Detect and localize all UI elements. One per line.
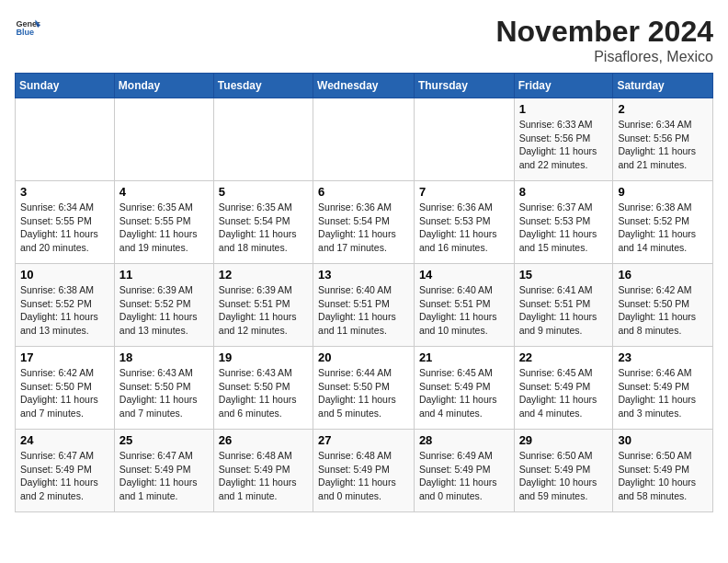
day-number: 9 <box>618 185 708 199</box>
day-cell: 13Sunrise: 6:40 AM Sunset: 5:51 PM Dayli… <box>313 264 415 347</box>
day-cell: 14Sunrise: 6:40 AM Sunset: 5:51 PM Dayli… <box>414 264 514 347</box>
day-cell: 15Sunrise: 6:41 AM Sunset: 5:51 PM Dayli… <box>514 264 613 347</box>
day-info: Sunrise: 6:43 AM Sunset: 5:50 PM Dayligh… <box>119 366 209 420</box>
day-number: 24 <box>20 433 109 447</box>
week-row-2: 10Sunrise: 6:38 AM Sunset: 5:52 PM Dayli… <box>16 264 713 347</box>
header-cell-thursday: Thursday <box>414 74 514 98</box>
day-cell: 27Sunrise: 6:48 AM Sunset: 5:49 PM Dayli… <box>313 430 415 512</box>
day-info: Sunrise: 6:35 AM Sunset: 5:54 PM Dayligh… <box>219 201 308 255</box>
day-number: 28 <box>419 433 509 447</box>
day-info: Sunrise: 6:44 AM Sunset: 5:50 PM Dayligh… <box>318 366 409 420</box>
day-cell: 29Sunrise: 6:50 AM Sunset: 5:49 PM Dayli… <box>514 430 613 512</box>
day-info: Sunrise: 6:48 AM Sunset: 5:49 PM Dayligh… <box>219 449 308 503</box>
header-row: SundayMondayTuesdayWednesdayThursdayFrid… <box>16 74 713 98</box>
page-header: General Blue November 2024 Pisaflores, M… <box>15 15 713 65</box>
day-cell: 30Sunrise: 6:50 AM Sunset: 5:49 PM Dayli… <box>613 430 713 512</box>
day-cell: 5Sunrise: 6:35 AM Sunset: 5:54 PM Daylig… <box>213 181 313 264</box>
header-cell-saturday: Saturday <box>613 74 713 98</box>
calendar-header: SundayMondayTuesdayWednesdayThursdayFrid… <box>16 74 713 98</box>
day-info: Sunrise: 6:34 AM Sunset: 5:55 PM Dayligh… <box>20 201 109 255</box>
day-number: 25 <box>119 433 209 447</box>
day-cell: 1Sunrise: 6:33 AM Sunset: 5:56 PM Daylig… <box>514 98 613 181</box>
day-number: 30 <box>618 433 708 447</box>
day-cell <box>414 98 514 181</box>
day-cell: 26Sunrise: 6:48 AM Sunset: 5:49 PM Dayli… <box>213 430 313 512</box>
day-cell: 19Sunrise: 6:43 AM Sunset: 5:50 PM Dayli… <box>213 347 313 430</box>
day-number: 10 <box>20 268 109 282</box>
svg-text:Blue: Blue <box>16 28 34 37</box>
header-cell-monday: Monday <box>114 74 213 98</box>
day-number: 5 <box>219 185 308 199</box>
day-number: 11 <box>119 268 209 282</box>
day-info: Sunrise: 6:38 AM Sunset: 5:52 PM Dayligh… <box>618 201 708 255</box>
day-number: 15 <box>519 268 609 282</box>
header-cell-wednesday: Wednesday <box>313 74 415 98</box>
day-cell <box>114 98 213 181</box>
calendar-table: SundayMondayTuesdayWednesdayThursdayFrid… <box>15 73 713 512</box>
day-cell: 25Sunrise: 6:47 AM Sunset: 5:49 PM Dayli… <box>114 430 213 512</box>
day-number: 2 <box>618 102 708 116</box>
day-info: Sunrise: 6:47 AM Sunset: 5:49 PM Dayligh… <box>20 449 109 503</box>
day-cell: 17Sunrise: 6:42 AM Sunset: 5:50 PM Dayli… <box>16 347 115 430</box>
day-info: Sunrise: 6:41 AM Sunset: 5:51 PM Dayligh… <box>519 283 609 338</box>
day-info: Sunrise: 6:48 AM Sunset: 5:49 PM Dayligh… <box>318 449 409 503</box>
header-cell-tuesday: Tuesday <box>213 74 313 98</box>
day-number: 29 <box>519 433 609 447</box>
day-info: Sunrise: 6:43 AM Sunset: 5:50 PM Dayligh… <box>219 366 308 420</box>
day-cell: 9Sunrise: 6:38 AM Sunset: 5:52 PM Daylig… <box>613 181 713 264</box>
logo-icon: General Blue <box>15 15 40 40</box>
day-info: Sunrise: 6:49 AM Sunset: 5:49 PM Dayligh… <box>419 449 509 503</box>
day-cell: 28Sunrise: 6:49 AM Sunset: 5:49 PM Dayli… <box>414 430 514 512</box>
location: Pisaflores, Mexico <box>495 49 713 65</box>
day-number: 17 <box>20 350 109 364</box>
day-cell: 3Sunrise: 6:34 AM Sunset: 5:55 PM Daylig… <box>16 181 115 264</box>
day-info: Sunrise: 6:34 AM Sunset: 5:56 PM Dayligh… <box>618 118 708 172</box>
day-info: Sunrise: 6:40 AM Sunset: 5:51 PM Dayligh… <box>419 283 509 338</box>
calendar-body: 1Sunrise: 6:33 AM Sunset: 5:56 PM Daylig… <box>16 98 713 512</box>
week-row-3: 17Sunrise: 6:42 AM Sunset: 5:50 PM Dayli… <box>16 347 713 430</box>
day-number: 18 <box>119 350 209 364</box>
day-info: Sunrise: 6:45 AM Sunset: 5:49 PM Dayligh… <box>419 366 509 420</box>
day-number: 26 <box>219 433 308 447</box>
day-number: 6 <box>318 185 409 199</box>
day-number: 14 <box>419 268 509 282</box>
day-cell: 10Sunrise: 6:38 AM Sunset: 5:52 PM Dayli… <box>16 264 115 347</box>
day-info: Sunrise: 6:39 AM Sunset: 5:51 PM Dayligh… <box>219 283 308 338</box>
day-cell: 6Sunrise: 6:36 AM Sunset: 5:54 PM Daylig… <box>313 181 415 264</box>
day-info: Sunrise: 6:42 AM Sunset: 5:50 PM Dayligh… <box>20 366 109 420</box>
day-info: Sunrise: 6:50 AM Sunset: 5:49 PM Dayligh… <box>618 449 708 503</box>
day-number: 21 <box>419 350 509 364</box>
header-cell-sunday: Sunday <box>16 74 115 98</box>
day-cell: 24Sunrise: 6:47 AM Sunset: 5:49 PM Dayli… <box>16 430 115 512</box>
day-info: Sunrise: 6:35 AM Sunset: 5:55 PM Dayligh… <box>119 201 209 255</box>
day-info: Sunrise: 6:45 AM Sunset: 5:49 PM Dayligh… <box>519 366 609 420</box>
month-title: November 2024 <box>495 15 713 49</box>
day-info: Sunrise: 6:38 AM Sunset: 5:52 PM Dayligh… <box>20 283 109 338</box>
day-cell: 20Sunrise: 6:44 AM Sunset: 5:50 PM Dayli… <box>313 347 415 430</box>
day-cell: 22Sunrise: 6:45 AM Sunset: 5:49 PM Dayli… <box>514 347 613 430</box>
day-number: 8 <box>519 185 609 199</box>
day-cell: 18Sunrise: 6:43 AM Sunset: 5:50 PM Dayli… <box>114 347 213 430</box>
day-info: Sunrise: 6:42 AM Sunset: 5:50 PM Dayligh… <box>618 283 708 338</box>
day-number: 7 <box>419 185 509 199</box>
day-cell: 12Sunrise: 6:39 AM Sunset: 5:51 PM Dayli… <box>213 264 313 347</box>
day-number: 27 <box>318 433 409 447</box>
day-info: Sunrise: 6:36 AM Sunset: 5:53 PM Dayligh… <box>419 201 509 255</box>
week-row-0: 1Sunrise: 6:33 AM Sunset: 5:56 PM Daylig… <box>16 98 713 181</box>
day-number: 4 <box>119 185 209 199</box>
day-cell: 16Sunrise: 6:42 AM Sunset: 5:50 PM Dayli… <box>613 264 713 347</box>
day-info: Sunrise: 6:39 AM Sunset: 5:52 PM Dayligh… <box>119 283 209 338</box>
day-number: 19 <box>219 350 308 364</box>
day-number: 23 <box>618 350 708 364</box>
logo: General Blue <box>15 15 40 40</box>
day-info: Sunrise: 6:36 AM Sunset: 5:54 PM Dayligh… <box>318 201 409 255</box>
title-block: November 2024 Pisaflores, Mexico <box>495 15 713 65</box>
day-number: 3 <box>20 185 109 199</box>
day-number: 20 <box>318 350 409 364</box>
day-number: 16 <box>618 268 708 282</box>
day-number: 22 <box>519 350 609 364</box>
day-cell: 7Sunrise: 6:36 AM Sunset: 5:53 PM Daylig… <box>414 181 514 264</box>
day-info: Sunrise: 6:37 AM Sunset: 5:53 PM Dayligh… <box>519 201 609 255</box>
day-cell: 2Sunrise: 6:34 AM Sunset: 5:56 PM Daylig… <box>613 98 713 181</box>
week-row-4: 24Sunrise: 6:47 AM Sunset: 5:49 PM Dayli… <box>16 430 713 512</box>
